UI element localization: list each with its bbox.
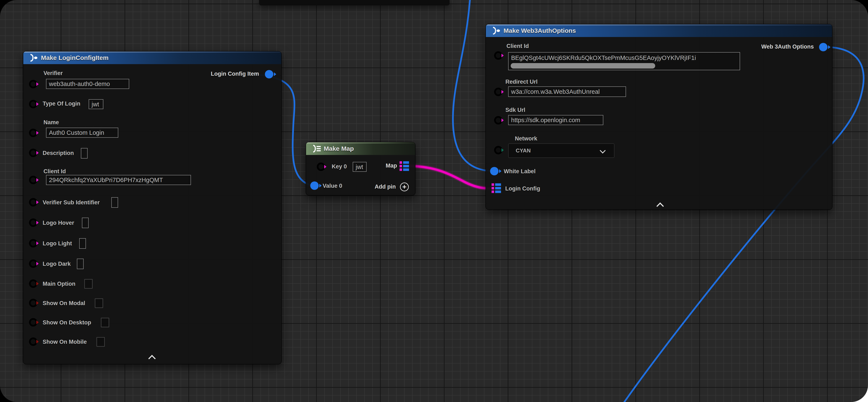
input-pin-name[interactable] [29, 129, 37, 137]
pin-label-client-id: Client Id [506, 43, 529, 50]
pin-label-white-label: White Label [504, 168, 536, 175]
input-pin-client-id[interactable] [494, 51, 502, 60]
pin-label-type-of-login: Type Of Login [43, 100, 80, 107]
blueprint-graph-canvas[interactable]: Make LoginConfigItem Login Config Item V… [0, 0, 868, 402]
input-pin-description[interactable] [29, 149, 37, 157]
node-header[interactable]: Make Map [306, 142, 415, 155]
node-title: Make Map [324, 145, 354, 152]
type-of-login-field[interactable]: jwt [89, 99, 103, 109]
pin-label-network: Network [515, 135, 537, 142]
blueprint-editor: Make LoginConfigItem Login Config Item V… [0, 0, 868, 402]
input-pin-main-option[interactable] [29, 280, 37, 288]
logo-light-field[interactable] [79, 238, 86, 249]
pin-label-description: Description [43, 150, 74, 156]
output-pin-map[interactable] [400, 161, 409, 171]
input-pin-logo-hover[interactable] [29, 219, 37, 227]
pin-label-show-on-modal: Show On Modal [43, 300, 85, 307]
map-pin-key-cell [492, 187, 494, 190]
pin-label-main-option: Main Option [43, 281, 75, 287]
make-map-icon [312, 144, 322, 153]
collapse-node-chevron-icon[interactable] [656, 202, 664, 210]
output-pin-label: Login Config Item [211, 70, 259, 77]
show-on-desktop-checkbox[interactable] [101, 318, 109, 327]
pin-label-logo-light: Logo Light [43, 240, 72, 247]
node-make-map[interactable]: Make Map Key 0 jwt Map Value 0 Add pin + [306, 142, 415, 195]
input-pin-white-label[interactable] [490, 167, 498, 175]
key-0-field[interactable]: jwt [353, 162, 367, 172]
pin-label-verifier-sub-identifier: Verifier Sub Identifier [43, 199, 100, 206]
node-make-loginconfigitem[interactable]: Make LoginConfigItem Login Config Item V… [23, 52, 281, 364]
logo-dark-field[interactable] [77, 259, 84, 269]
output-pin-label: Map [386, 163, 397, 169]
pin-label-show-on-desktop: Show On Desktop [43, 319, 91, 326]
output-pin-label: Web 3Auth Options [761, 44, 814, 50]
description-field[interactable] [81, 148, 88, 159]
wire-map-to-loginconfig-glow [410, 166, 494, 189]
show-on-mobile-checkbox[interactable] [96, 337, 105, 347]
node-make-web3authoptions[interactable]: Make Web3AuthOptions Web 3Auth Options C… [486, 24, 832, 209]
main-option-checkbox[interactable] [84, 279, 93, 289]
pin-label-login-config: Login Config [505, 185, 540, 192]
pin-label-sdk-url: Sdk Url [505, 107, 525, 113]
wire-map-to-loginconfig [410, 166, 494, 189]
input-pin-verifier[interactable] [29, 80, 37, 88]
logo-hover-field[interactable] [82, 218, 89, 228]
pin-label-name: Name [43, 119, 59, 126]
map-pin-key-cell [492, 191, 494, 193]
map-pin-value-cell [403, 161, 409, 164]
map-pin-value-cell [495, 183, 501, 186]
output-pin-login-config-item[interactable] [265, 70, 273, 79]
input-pin-logo-dark[interactable] [29, 259, 37, 268]
input-pin-sdk-url[interactable] [494, 116, 502, 124]
output-pin-web3auth-options[interactable] [819, 43, 828, 51]
input-pin-client-id[interactable] [29, 176, 37, 184]
pin-label-value-0: Value 0 [323, 183, 342, 189]
name-field[interactable]: Auth0 Custom Login [46, 127, 118, 138]
network-selected-value: CYAN [516, 147, 531, 154]
map-pin-value-cell [495, 187, 501, 190]
pin-label-show-on-mobile: Show On Mobile [43, 339, 87, 345]
add-pin-label: Add pin [375, 183, 396, 190]
node-title: Make Web3AuthOptions [503, 27, 576, 34]
pin-label-logo-hover: Logo Hover [43, 220, 74, 226]
input-pin-key-0[interactable] [317, 163, 325, 171]
node-header[interactable]: Make LoginConfigItem [23, 52, 281, 64]
input-pin-show-on-modal[interactable] [29, 299, 37, 307]
sdk-url-field[interactable]: https://sdk.openlogin.com [508, 115, 603, 125]
input-pin-redirect-url[interactable] [494, 88, 502, 96]
input-pin-value-0[interactable] [310, 181, 319, 190]
pin-label-verifier: Verifier [43, 70, 63, 77]
verifier-field[interactable]: web3auth-auth0-demo [46, 79, 129, 89]
pin-label-redirect-url: Redirect Url [505, 79, 537, 85]
map-pin-key-cell [400, 161, 402, 164]
collapse-node-chevron-icon[interactable] [148, 355, 156, 362]
offscreen-node-bottom-edge[interactable] [259, 0, 450, 5]
chevron-down-icon [600, 148, 606, 153]
map-pin-value-cell [495, 191, 501, 193]
node-header[interactable]: Make Web3AuthOptions [486, 24, 832, 37]
input-pin-type-of-login[interactable] [29, 100, 37, 108]
map-pin-value-cell [403, 165, 409, 167]
make-struct-icon [29, 54, 38, 62]
redirect-url-field[interactable]: w3a://com.w3a.Web3AuthUnreal [508, 86, 626, 97]
node-title: Make LoginConfigItem [41, 54, 108, 61]
map-pin-key-cell [400, 165, 402, 167]
input-pin-network[interactable] [494, 146, 502, 154]
input-pin-logo-light[interactable] [29, 239, 37, 248]
input-pin-verifier-sub-identifier[interactable] [29, 198, 37, 206]
client-id-field-scrollbar[interactable] [511, 63, 655, 68]
add-pin-button[interactable]: + [400, 182, 409, 191]
pin-label-client-id: Client Id [43, 168, 66, 175]
show-on-modal-checkbox[interactable] [95, 298, 103, 308]
client-id-field[interactable]: 294QRkchfq2YaXUbPri7D6PH7xzHgQMT [46, 175, 191, 185]
verifier-sub-identifier-field[interactable] [111, 197, 118, 208]
input-pin-login-config[interactable] [492, 183, 501, 193]
map-pin-value-cell [403, 168, 409, 171]
pin-label-logo-dark: Logo Dark [43, 261, 71, 267]
pin-label-key-0: Key 0 [332, 163, 347, 170]
input-pin-show-on-desktop[interactable] [29, 318, 37, 326]
make-struct-icon [491, 27, 501, 35]
map-pin-key-cell [492, 183, 494, 186]
input-pin-show-on-mobile[interactable] [29, 338, 37, 346]
network-dropdown[interactable]: CYAN [508, 143, 615, 158]
